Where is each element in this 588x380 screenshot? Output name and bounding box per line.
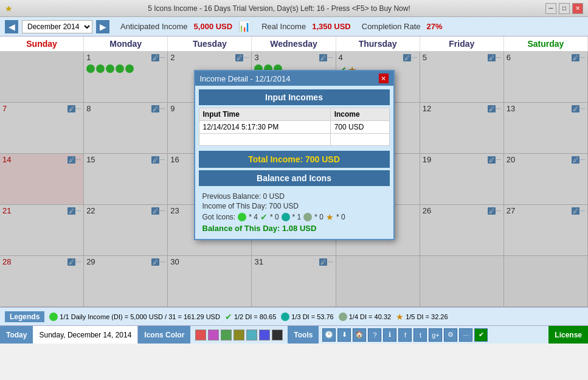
- color-swatch-black[interactable]: [272, 330, 283, 340]
- previous-balance: Previous Balance: 0 USD: [202, 192, 386, 201]
- legends-button[interactable]: Legends: [5, 311, 44, 322]
- modal-title-bar: Income Detail - 12/1/2014 ✕: [195, 71, 393, 86]
- next-month-button[interactable]: ▶: [96, 20, 109, 33]
- income-today: Income of This Day: 700 USD: [202, 202, 386, 210]
- header-saturday: Saturday: [504, 36, 588, 51]
- modal-overlay: Income Detail - 12/1/2014 ✕ Input Income…: [0, 52, 588, 307]
- calendar-grid: 1 🖊 ··· 2 🖊 ··· 3 🖊 ···: [0, 52, 588, 307]
- tool-facebook-icon[interactable]: f: [398, 328, 412, 342]
- month-select[interactable]: December 2014: [22, 20, 92, 33]
- today-label: Today: [0, 326, 33, 344]
- today-date: Sunday, December 14, 2014: [33, 326, 138, 344]
- legend-item-3: 1/3 DI = 53.76: [281, 313, 333, 321]
- legend-check-icon: ✔: [225, 312, 232, 322]
- window-controls: ─ □ ✕: [545, 3, 583, 14]
- legend-item-5: ★ 1/5 DI = 32.26: [396, 312, 448, 322]
- modal-body: Input Incomes Input Time Income 12/14/20…: [195, 86, 393, 239]
- modal-close-button[interactable]: ✕: [379, 74, 389, 83]
- title-bar: ★ 5 Icons Income - 16 Days Trial Version…: [0, 0, 588, 17]
- income-detail-modal: Income Detail - 12/1/2014 ✕ Input Income…: [194, 70, 395, 240]
- got-icons-row: Got Icons: * 4 ✔ * 0 * 1 * 0 ★ * 0: [202, 212, 386, 222]
- modal-teal-count: * 1: [292, 213, 302, 221]
- modal-check-icon: ✔: [260, 212, 268, 222]
- anticipated-income-label: Anticipated Income: [120, 22, 188, 31]
- legend-green-dot: [49, 313, 58, 321]
- header-friday: Friday: [420, 36, 504, 51]
- legend-item-3-text: 1/3 DI = 53.76: [291, 313, 333, 320]
- input-incomes-header: Input Incomes: [199, 89, 390, 105]
- color-swatches: [190, 326, 288, 344]
- close-button[interactable]: ✕: [572, 3, 583, 14]
- real-income-value: 1,350 USD: [312, 22, 351, 31]
- modal-olive-dot: [303, 213, 312, 221]
- tool-clock-icon[interactable]: 🕐: [322, 328, 336, 342]
- tool-icons: 🕐 ⬇ 🏠 ? ℹ f t g+ ⚙ ··· ✔: [319, 327, 491, 343]
- modal-check-count: * 0: [270, 213, 279, 221]
- modal-balance-content: Previous Balance: 0 USD Income of This D…: [199, 190, 390, 235]
- color-swatch-purple[interactable]: [208, 330, 219, 340]
- income-table: Input Time Income 12/14/2014 5:17:30 PM …: [199, 108, 390, 146]
- tool-info-icon[interactable]: ℹ: [383, 328, 396, 342]
- license-button[interactable]: License: [548, 326, 588, 344]
- icons-color-label: Icons Color: [138, 326, 190, 344]
- legend-item-2: ✔ 1/2 DI = 80.65: [225, 312, 276, 322]
- tool-gplus-icon[interactable]: g+: [429, 328, 442, 342]
- income-time-1: 12/14/2014 5:17:30 PM: [199, 121, 330, 134]
- header-thursday: Thursday: [336, 36, 420, 51]
- modal-title: Income Detail - 12/1/2014: [200, 74, 291, 83]
- tool-home-icon[interactable]: 🏠: [353, 328, 366, 342]
- app-icon: ★: [5, 4, 13, 13]
- maximize-button[interactable]: □: [559, 3, 570, 14]
- legend-item-4: 1/4 DI = 40.32: [339, 313, 391, 321]
- modal-star-count: * 0: [336, 213, 345, 221]
- header-monday: Monday: [84, 36, 168, 51]
- legend-item-1-text: 1/1 Daily Income (DI) = 5,000 USD / 31 =…: [60, 313, 220, 320]
- header-sunday: Sunday: [0, 36, 84, 51]
- modal-star-icon: ★: [326, 212, 334, 222]
- legend-item-4-text: 1/4 DI = 40.32: [349, 313, 391, 320]
- tool-download-icon[interactable]: ⬇: [337, 328, 351, 342]
- modal-teal-dot: [282, 213, 290, 221]
- got-icons-label: Got Icons:: [202, 213, 236, 221]
- col-income: Income: [330, 108, 389, 121]
- legend-bar: Legends 1/1 Daily Income (DI) = 5,000 US…: [0, 307, 588, 325]
- income-amount-1: 700 USD: [330, 121, 389, 134]
- completion-rate-label: Completion Rate: [362, 22, 421, 31]
- modal-total: Total Income: 700 USD: [199, 151, 390, 168]
- header-tuesday: Tuesday: [168, 36, 252, 51]
- chart-icon: 📊: [238, 21, 251, 32]
- legend-olive-dot: [339, 313, 347, 321]
- tool-help-icon[interactable]: ?: [368, 328, 381, 342]
- color-swatch-blue[interactable]: [259, 330, 270, 340]
- balance-of-day: Balance of This Day: 1.08 USD: [202, 224, 386, 233]
- legend-star-icon: ★: [396, 312, 404, 322]
- modal-green-dot: [238, 213, 246, 221]
- tool-settings-icon[interactable]: ⚙: [444, 328, 457, 342]
- anticipated-income-value: 5,000 USD: [194, 22, 233, 31]
- prev-month-button[interactable]: ◀: [5, 20, 18, 33]
- completion-rate-value: 27%: [427, 22, 443, 31]
- minimize-button[interactable]: ─: [545, 3, 556, 14]
- tool-twitter-icon[interactable]: t: [413, 328, 427, 342]
- col-input-time: Input Time: [199, 108, 330, 121]
- color-swatch-olive[interactable]: [233, 330, 244, 340]
- income-row-empty: [199, 134, 389, 146]
- legend-item-2-text: 1/2 DI = 80.65: [234, 313, 276, 320]
- tools-label: Tools: [288, 326, 319, 344]
- tool-green-icon[interactable]: ✔: [474, 328, 488, 342]
- legend-item-1: 1/1 Daily Income (DI) = 5,000 USD / 31 =…: [49, 313, 220, 321]
- window-title: 5 Icons Income - 16 Days Trial Version, …: [13, 4, 545, 13]
- tool-more-icon[interactable]: ···: [459, 328, 472, 342]
- status-bar: Today Sunday, December 14, 2014 Icons Co…: [0, 325, 588, 344]
- modal-balance-title: Balance and Icons: [199, 170, 390, 186]
- modal-green-count: * 4: [249, 213, 258, 221]
- nav-bar: ◀ December 2014 ▶ Anticipated Income 5,0…: [0, 17, 588, 36]
- header-wednesday: Wednesday: [252, 36, 336, 51]
- legend-teal-dot: [281, 313, 289, 321]
- color-swatch-green[interactable]: [221, 330, 232, 340]
- real-income-label: Real Income: [261, 22, 306, 31]
- color-swatch-red[interactable]: [195, 330, 206, 340]
- income-row-1[interactable]: 12/14/2014 5:17:30 PM 700 USD: [199, 121, 389, 134]
- modal-olive-count: * 0: [314, 213, 323, 221]
- color-swatch-teal[interactable]: [246, 330, 257, 340]
